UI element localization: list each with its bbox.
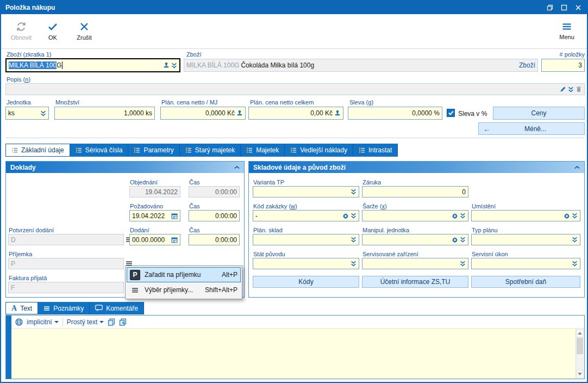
quantity-field[interactable]: 1,0000 ks [54,107,155,120]
plan-warehouse-label: Plán. sklad [253,227,283,233]
cancel-button[interactable]: Zrušit [68,17,100,45]
dropdown-icon[interactable] [351,237,356,243]
order-code-field[interactable]: - [253,210,359,221]
stamp-icon[interactable] [334,110,341,116]
scroll-down-button[interactable] [576,370,584,378]
goods-link[interactable]: Zboží [519,61,535,69]
delivery-date-field[interactable]: 00.00.0000 [129,234,180,245]
stamp-icon[interactable] [163,62,170,69]
dropdown-icon[interactable] [572,261,578,267]
delivery-time-field[interactable]: 0:00:00 [189,234,240,245]
editor-scrollbar[interactable] [576,329,584,378]
accounting-info-button[interactable]: Účetní informace ZS,TU [362,276,468,288]
price-unit-field[interactable]: 0,0000 Kč [160,107,246,120]
warranty-field[interactable]: 0 [362,186,468,197]
language-select[interactable]: implicitní [27,318,59,326]
scroll-up-button[interactable] [576,329,584,337]
gear-icon[interactable] [452,213,458,219]
excise-tax-button[interactable]: Spotřební daň [471,276,580,288]
dropdown-icon[interactable] [40,110,46,116]
notes-list-icon [43,305,50,312]
order-time-field[interactable]: 0:00:00 [189,186,240,197]
sku-input[interactable]: MILKA BÍLÁ 100G [5,58,180,72]
requested-date-value: 19.04.2022 [132,212,170,220]
dropdown-icon[interactable] [171,63,177,69]
copy-icon[interactable] [108,318,115,326]
origin-country-select[interactable] [253,258,359,269]
menu-button[interactable]: Menu [551,17,583,45]
calendar-icon[interactable] [171,213,178,219]
gear-icon[interactable] [342,213,349,219]
plan-type-select[interactable] [471,234,580,245]
editor-textarea[interactable] [11,329,584,379]
delivery-date-label: Dodání [130,227,149,233]
context-menu-item-assign-receipt[interactable]: P Zařadit na příjemku Alt+P [127,267,241,282]
delivery-confirmation-field[interactable]: D [8,234,124,245]
codes-button[interactable]: Kódy [253,276,359,288]
plan-warehouse-select[interactable] [253,234,359,245]
less-button[interactable]: ← Méně... [478,122,585,135]
handling-unit-field[interactable] [362,234,468,245]
list-icon [290,147,297,153]
tab-text[interactable]: A Text [5,302,38,314]
tab-vedlejsi-naklady[interactable]: Vedlejší náklady [285,144,353,157]
received-invoice-field[interactable]: F [8,282,124,293]
tab-stary-majetek[interactable]: Starý majetek [180,144,241,157]
item-count-field[interactable]: 3 [541,59,585,72]
order-date-field[interactable]: 19.04.2022 [129,186,180,197]
dropdown-icon[interactable] [351,213,356,219]
refresh-button[interactable]: Obnovit [5,17,37,45]
ok-button[interactable]: OK [37,17,68,45]
description-field[interactable] [5,83,585,95]
collapse-stock-icon[interactable] [574,165,580,169]
dropdown-icon[interactable] [572,237,578,243]
close-window-button[interactable] [573,3,584,13]
dropdown-icon[interactable] [351,189,356,195]
tab-majetek[interactable]: Majetek [241,144,285,157]
gear-icon[interactable] [564,213,570,219]
requested-date-field[interactable]: 19.04.2022 [129,210,180,221]
variant-select[interactable] [253,186,359,197]
collapse-documents-icon[interactable] [234,165,240,169]
maximize-window-button[interactable] [559,3,570,13]
format-select[interactable]: Prostý text [67,318,104,326]
stamp-icon[interactable] [236,110,243,116]
tab-parametry[interactable]: Parametry [128,144,179,157]
globe-icon [15,318,23,326]
discount-field[interactable]: 0,0000 % [348,107,442,120]
tab-komentare[interactable]: Komentáře [90,302,144,314]
trash-icon[interactable] [576,86,582,92]
dropdown-icon[interactable] [460,237,466,243]
discount-percent-checkbox[interactable] [447,109,455,117]
warranty-value: 0 [365,188,466,196]
variant-label: Varianta TP [253,179,284,186]
serviced-device-select[interactable] [362,258,468,269]
tab-poznamky[interactable]: Poznámky [38,302,90,314]
restore-window-button[interactable] [545,3,555,13]
context-menu-item-select-receipt[interactable]: Výběr příjemky... Shift+Alt+P [127,282,241,298]
unit-select[interactable]: ks [5,107,49,120]
dropdown-icon[interactable] [460,213,466,219]
origin-country-label: Stát původu [253,251,285,257]
dropdown-icon[interactable] [568,87,574,92]
refresh-label: Obnovit [11,34,32,41]
calendar-icon[interactable] [171,237,178,243]
requested-time-field[interactable]: 0:00:00 [189,210,240,221]
dropdown-icon[interactable] [351,261,356,267]
price-total-field[interactable]: 0,00 Kč [248,107,343,120]
prices-button[interactable]: Ceny [493,107,585,120]
copy-plus-icon[interactable] [119,318,127,326]
tab-zakladni-udaje[interactable]: Základní údaje [5,144,70,157]
gear-icon[interactable] [452,237,458,243]
tab-intrastat[interactable]: Intrastat [353,144,398,157]
location-field[interactable] [471,210,580,221]
batch-field[interactable] [362,210,468,221]
dropdown-icon[interactable] [460,261,466,267]
dropdown-icon[interactable] [572,213,578,219]
receipt-field[interactable]: P [8,258,124,269]
tab-seriova-cisla[interactable]: Sériová čísla [70,144,129,157]
scroll-thumb[interactable] [577,338,583,354]
service-task-select[interactable] [471,258,580,269]
form-separator [5,138,585,138]
edit-pencil-icon[interactable] [560,86,566,92]
